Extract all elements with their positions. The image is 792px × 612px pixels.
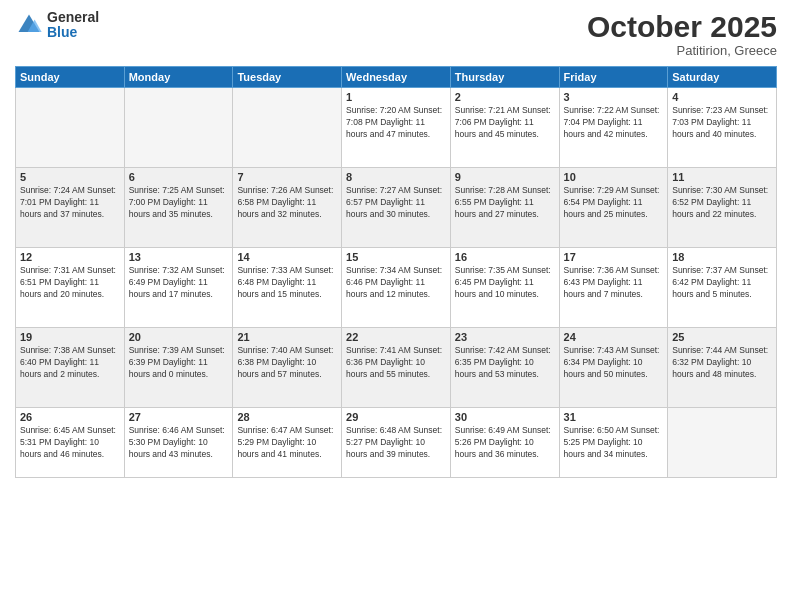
day-info: Sunrise: 6:47 AM Sunset: 5:29 PM Dayligh… [237, 425, 337, 461]
logo: General Blue [15, 10, 99, 41]
day-number: 9 [455, 171, 555, 183]
header-saturday: Saturday [668, 67, 777, 88]
day-info: Sunrise: 7:32 AM Sunset: 6:49 PM Dayligh… [129, 265, 229, 301]
day-info: Sunrise: 7:25 AM Sunset: 7:00 PM Dayligh… [129, 185, 229, 221]
calendar-cell: 30Sunrise: 6:49 AM Sunset: 5:26 PM Dayli… [450, 408, 559, 478]
day-number: 20 [129, 331, 229, 343]
day-number: 8 [346, 171, 446, 183]
calendar-cell: 22Sunrise: 7:41 AM Sunset: 6:36 PM Dayli… [342, 328, 451, 408]
day-number: 16 [455, 251, 555, 263]
day-info: Sunrise: 7:43 AM Sunset: 6:34 PM Dayligh… [564, 345, 664, 381]
calendar-cell: 31Sunrise: 6:50 AM Sunset: 5:25 PM Dayli… [559, 408, 668, 478]
calendar-cell: 25Sunrise: 7:44 AM Sunset: 6:32 PM Dayli… [668, 328, 777, 408]
calendar-cell [668, 408, 777, 478]
calendar-cell: 28Sunrise: 6:47 AM Sunset: 5:29 PM Dayli… [233, 408, 342, 478]
header-sunday: Sunday [16, 67, 125, 88]
calendar-cell: 9Sunrise: 7:28 AM Sunset: 6:55 PM Daylig… [450, 168, 559, 248]
calendar-week-row: 1Sunrise: 7:20 AM Sunset: 7:08 PM Daylig… [16, 88, 777, 168]
calendar-week-row: 5Sunrise: 7:24 AM Sunset: 7:01 PM Daylig… [16, 168, 777, 248]
calendar-table: Sunday Monday Tuesday Wednesday Thursday… [15, 66, 777, 478]
calendar-cell: 20Sunrise: 7:39 AM Sunset: 6:39 PM Dayli… [124, 328, 233, 408]
day-number: 17 [564, 251, 664, 263]
day-info: Sunrise: 6:45 AM Sunset: 5:31 PM Dayligh… [20, 425, 120, 461]
calendar-cell: 23Sunrise: 7:42 AM Sunset: 6:35 PM Dayli… [450, 328, 559, 408]
day-info: Sunrise: 7:21 AM Sunset: 7:06 PM Dayligh… [455, 105, 555, 141]
calendar-cell: 6Sunrise: 7:25 AM Sunset: 7:00 PM Daylig… [124, 168, 233, 248]
day-number: 24 [564, 331, 664, 343]
location-subtitle: Patitirion, Greece [587, 43, 777, 58]
day-info: Sunrise: 7:28 AM Sunset: 6:55 PM Dayligh… [455, 185, 555, 221]
day-number: 14 [237, 251, 337, 263]
day-info: Sunrise: 7:36 AM Sunset: 6:43 PM Dayligh… [564, 265, 664, 301]
header-thursday: Thursday [450, 67, 559, 88]
day-info: Sunrise: 7:24 AM Sunset: 7:01 PM Dayligh… [20, 185, 120, 221]
day-info: Sunrise: 7:40 AM Sunset: 6:38 PM Dayligh… [237, 345, 337, 381]
day-number: 26 [20, 411, 120, 423]
day-number: 31 [564, 411, 664, 423]
day-info: Sunrise: 6:46 AM Sunset: 5:30 PM Dayligh… [129, 425, 229, 461]
calendar-cell: 11Sunrise: 7:30 AM Sunset: 6:52 PM Dayli… [668, 168, 777, 248]
day-number: 6 [129, 171, 229, 183]
day-info: Sunrise: 7:44 AM Sunset: 6:32 PM Dayligh… [672, 345, 772, 381]
calendar-cell [233, 88, 342, 168]
day-info: Sunrise: 7:39 AM Sunset: 6:39 PM Dayligh… [129, 345, 229, 381]
day-info: Sunrise: 6:48 AM Sunset: 5:27 PM Dayligh… [346, 425, 446, 461]
day-info: Sunrise: 7:29 AM Sunset: 6:54 PM Dayligh… [564, 185, 664, 221]
day-info: Sunrise: 6:49 AM Sunset: 5:26 PM Dayligh… [455, 425, 555, 461]
calendar-cell: 4Sunrise: 7:23 AM Sunset: 7:03 PM Daylig… [668, 88, 777, 168]
day-info: Sunrise: 7:37 AM Sunset: 6:42 PM Dayligh… [672, 265, 772, 301]
calendar-cell: 19Sunrise: 7:38 AM Sunset: 6:40 PM Dayli… [16, 328, 125, 408]
day-info: Sunrise: 7:30 AM Sunset: 6:52 PM Dayligh… [672, 185, 772, 221]
page: General Blue October 2025 Patitirion, Gr… [0, 0, 792, 612]
header-wednesday: Wednesday [342, 67, 451, 88]
day-info: Sunrise: 7:42 AM Sunset: 6:35 PM Dayligh… [455, 345, 555, 381]
calendar-cell: 17Sunrise: 7:36 AM Sunset: 6:43 PM Dayli… [559, 248, 668, 328]
calendar-cell: 16Sunrise: 7:35 AM Sunset: 6:45 PM Dayli… [450, 248, 559, 328]
day-number: 3 [564, 91, 664, 103]
day-number: 22 [346, 331, 446, 343]
calendar-cell: 21Sunrise: 7:40 AM Sunset: 6:38 PM Dayli… [233, 328, 342, 408]
day-info: Sunrise: 7:33 AM Sunset: 6:48 PM Dayligh… [237, 265, 337, 301]
calendar-cell: 29Sunrise: 6:48 AM Sunset: 5:27 PM Dayli… [342, 408, 451, 478]
calendar-week-row: 19Sunrise: 7:38 AM Sunset: 6:40 PM Dayli… [16, 328, 777, 408]
calendar-cell: 14Sunrise: 7:33 AM Sunset: 6:48 PM Dayli… [233, 248, 342, 328]
calendar-cell: 1Sunrise: 7:20 AM Sunset: 7:08 PM Daylig… [342, 88, 451, 168]
day-number: 21 [237, 331, 337, 343]
calendar-cell: 24Sunrise: 7:43 AM Sunset: 6:34 PM Dayli… [559, 328, 668, 408]
day-info: Sunrise: 6:50 AM Sunset: 5:25 PM Dayligh… [564, 425, 664, 461]
day-number: 18 [672, 251, 772, 263]
day-number: 5 [20, 171, 120, 183]
day-info: Sunrise: 7:22 AM Sunset: 7:04 PM Dayligh… [564, 105, 664, 141]
header-tuesday: Tuesday [233, 67, 342, 88]
calendar-cell: 18Sunrise: 7:37 AM Sunset: 6:42 PM Dayli… [668, 248, 777, 328]
header-monday: Monday [124, 67, 233, 88]
day-number: 4 [672, 91, 772, 103]
calendar-cell: 3Sunrise: 7:22 AM Sunset: 7:04 PM Daylig… [559, 88, 668, 168]
day-number: 29 [346, 411, 446, 423]
day-info: Sunrise: 7:20 AM Sunset: 7:08 PM Dayligh… [346, 105, 446, 141]
calendar-cell [124, 88, 233, 168]
day-info: Sunrise: 7:31 AM Sunset: 6:51 PM Dayligh… [20, 265, 120, 301]
day-info: Sunrise: 7:27 AM Sunset: 6:57 PM Dayligh… [346, 185, 446, 221]
header-friday: Friday [559, 67, 668, 88]
calendar-cell [16, 88, 125, 168]
day-number: 1 [346, 91, 446, 103]
logo-general: General [47, 10, 99, 25]
calendar-cell: 10Sunrise: 7:29 AM Sunset: 6:54 PM Dayli… [559, 168, 668, 248]
calendar-week-row: 12Sunrise: 7:31 AM Sunset: 6:51 PM Dayli… [16, 248, 777, 328]
logo-icon [15, 11, 43, 39]
day-number: 25 [672, 331, 772, 343]
calendar-cell: 27Sunrise: 6:46 AM Sunset: 5:30 PM Dayli… [124, 408, 233, 478]
calendar-week-row: 26Sunrise: 6:45 AM Sunset: 5:31 PM Dayli… [16, 408, 777, 478]
day-number: 15 [346, 251, 446, 263]
day-number: 30 [455, 411, 555, 423]
day-number: 12 [20, 251, 120, 263]
logo-text: General Blue [47, 10, 99, 41]
calendar-cell: 2Sunrise: 7:21 AM Sunset: 7:06 PM Daylig… [450, 88, 559, 168]
calendar-cell: 12Sunrise: 7:31 AM Sunset: 6:51 PM Dayli… [16, 248, 125, 328]
logo-blue: Blue [47, 25, 99, 40]
title-area: October 2025 Patitirion, Greece [587, 10, 777, 58]
header: General Blue October 2025 Patitirion, Gr… [15, 10, 777, 58]
day-number: 19 [20, 331, 120, 343]
day-number: 28 [237, 411, 337, 423]
